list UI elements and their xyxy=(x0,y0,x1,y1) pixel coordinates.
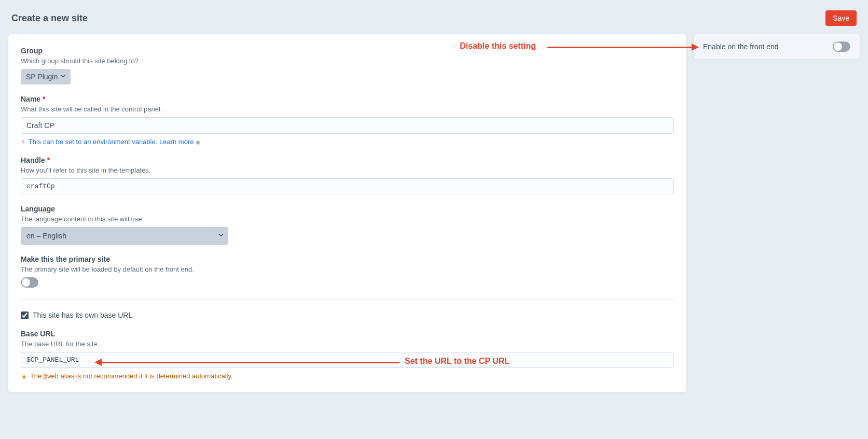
primary-label: Make this the primary site xyxy=(21,255,674,263)
group-selected-value: SP Plugin xyxy=(26,73,58,81)
lightbulb-icon: ♀ xyxy=(21,138,26,146)
warning-icon: ▲ xyxy=(21,372,27,380)
handle-input[interactable] xyxy=(21,178,674,194)
primary-toggle[interactable] xyxy=(21,277,38,288)
group-instructions: Which group should this site belong to? xyxy=(21,57,674,65)
has-url-label: This site has its own base URL xyxy=(33,311,132,319)
language-label: Language xyxy=(21,205,674,213)
language-instructions: The language content in this site will u… xyxy=(21,215,674,223)
divider xyxy=(21,299,674,300)
enable-front-end-toggle[interactable] xyxy=(833,41,850,52)
save-button[interactable]: Save xyxy=(825,10,857,26)
enable-front-end-label: Enable on the front end xyxy=(703,43,779,51)
language-select[interactable]: en – English xyxy=(21,227,228,245)
name-instructions: What this site will be called in the con… xyxy=(21,105,674,113)
handle-label: Handle xyxy=(21,156,674,164)
base-url-label: Base URL xyxy=(21,330,674,338)
handle-instructions: How you'll refer to this site in the tem… xyxy=(21,166,674,174)
has-url-checkbox[interactable] xyxy=(21,311,29,319)
group-select[interactable]: SP Plugin xyxy=(21,69,71,84)
warning-text: The @web alias is not recommended if it … xyxy=(30,372,233,380)
side-panel: Enable on the front end xyxy=(694,34,860,59)
env-var-tip[interactable]: This can be set to an environment variab… xyxy=(29,138,201,146)
main-panel: Group Which group should this site belon… xyxy=(8,34,686,392)
primary-instructions: The primary site will be loaded by defau… xyxy=(21,265,674,273)
name-input[interactable] xyxy=(21,117,674,134)
base-url-instructions: The base URL for the site. xyxy=(21,340,674,348)
group-label: Group xyxy=(21,47,674,55)
page-title: Create a new site xyxy=(11,13,88,24)
external-link-icon: ◉ xyxy=(196,139,201,145)
chevron-down-icon xyxy=(61,75,65,79)
base-url-input[interactable] xyxy=(21,352,674,368)
name-label: Name xyxy=(21,95,674,103)
